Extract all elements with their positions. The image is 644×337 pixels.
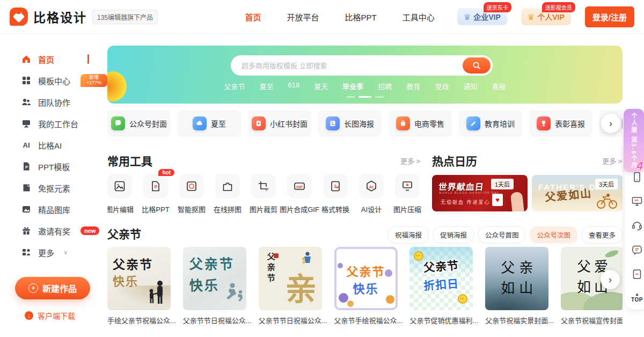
template-card[interactable]: 父亲节 亲 父亲节节日祝福公众... <box>259 247 327 325</box>
convert-icon: 1 <box>323 174 348 199</box>
calendar-more-link[interactable]: 更多 > <box>602 156 622 166</box>
tool-ai-design[interactable]: AI AI设计 <box>359 174 384 214</box>
keyword[interactable]: 党政 <box>435 81 449 91</box>
carousel-dot-active[interactable] <box>358 96 371 98</box>
grid-icon <box>21 76 31 85</box>
sidebar-item-bige-ai[interactable]: AI 比格AI <box>0 134 107 156</box>
keyword[interactable]: 618 <box>288 81 300 91</box>
hot-keywords: 父亲节 夏至 618 夏天 毕业季 招聘 教育 党政 通知 喜报 <box>107 81 623 91</box>
tool-image-edit[interactable]: 图片编辑 <box>107 174 132 214</box>
personal-vip-promo-tag[interactable]: 个人版 送3-6个月 4 <box>624 109 644 172</box>
keyword[interactable]: 父亲节 <box>224 81 245 91</box>
category-xiazhi[interactable]: 夏至 <box>178 110 241 137</box>
card-thumbnail: 父亲节 快乐 <box>183 247 246 310</box>
tool-label: 在线拼图 <box>214 204 241 214</box>
filter-blessing-poster[interactable]: 祝福海报 <box>388 226 429 243</box>
create-work-button[interactable]: + 新建作品 <box>15 277 90 299</box>
compress-icon <box>395 174 420 199</box>
calendar-card-blood-day[interactable]: 世界献血日 WORLD BLOOD DONATION DAY 无偿献血 传递爱心… <box>432 175 528 211</box>
tool-image-crop[interactable]: 图片裁剪 <box>251 174 276 214</box>
keyword[interactable]: 招聘 <box>378 81 392 91</box>
vip-promo-number: 4 <box>637 160 643 172</box>
tool-bige-ppt[interactable]: hot P 比格PPT <box>143 174 168 214</box>
nav-home[interactable]: 首页 <box>245 11 261 23</box>
customer-service-icon[interactable] <box>631 219 643 231</box>
feedback-chat-icon[interactable] <box>631 244 643 256</box>
search-input[interactable] <box>240 61 493 70</box>
back-to-top-button[interactable]: ▲ TOP <box>631 292 643 303</box>
sidebar-item-label: 团队协作 <box>38 97 70 108</box>
keyword-active[interactable]: 毕业季 <box>342 81 363 91</box>
vip-group: 送京东卡 ♛ 企业VIP 送影视会员 ♛ 个人VIP <box>457 8 571 25</box>
keyword[interactable]: 通知 <box>463 81 477 91</box>
filter-gzh-subimg[interactable]: 公众号次图 <box>530 226 577 243</box>
category-long-poster[interactable]: 长图海报 <box>318 110 382 137</box>
sidebar-item-home[interactable]: 首页 <box>0 48 107 70</box>
tools-more-link[interactable]: 更多 > <box>400 156 420 166</box>
client-download-link[interactable]: ↓ 客户端下载 <box>25 310 107 321</box>
personal-vip-button[interactable]: 送影视会员 ♛ 个人VIP <box>521 8 571 25</box>
tool-format-convert[interactable]: 1 格式转换 <box>323 174 348 214</box>
chevron-down-icon: ∨ <box>63 249 68 256</box>
category-award[interactable]: 表彰喜报 <box>529 110 592 137</box>
book-icon <box>252 116 266 130</box>
category-label: 夏至 <box>211 118 226 129</box>
keyword[interactable]: 喜报 <box>492 81 506 91</box>
calendar-card-subtitle: 无偿献血 传递爱心 <box>441 199 491 206</box>
tool-image-compress[interactable]: 图片压缩 <box>395 174 420 214</box>
heart-icon: ♥ <box>492 194 503 206</box>
sidebar-item-workspace[interactable]: 我的工作台 <box>0 113 107 134</box>
tool-gif-maker[interactable]: GIF 图片合成GIF <box>287 174 312 214</box>
template-card[interactable]: 父亲 如山 父亲节祝福实景封面... <box>485 247 554 325</box>
nav-open-platform[interactable]: 开放平台 <box>287 11 319 23</box>
category-label: 教育培训 <box>485 118 515 129</box>
chat-bubble-icon <box>111 116 125 130</box>
filter-view-more[interactable]: 查看更多 <box>582 226 623 243</box>
nav-bige-ppt[interactable]: 比格PPT <box>345 11 377 23</box>
template-card[interactable]: 父亲节 折扣日 父亲节促销优惠福利... <box>409 247 478 325</box>
template-card[interactable]: 父亲节 快乐 手绘父亲节祝福公众... <box>107 247 176 325</box>
page: 比格设计 135编辑器旗下产品 首页 开放平台 比格PPT 工具中心 送京东卡 … <box>0 0 644 337</box>
nav-tool-center[interactable]: 工具中心 <box>402 11 435 23</box>
logo[interactable]: 比格设计 135编辑器旗下产品 <box>10 8 158 26</box>
card-title: 父亲节 <box>189 253 235 273</box>
sidebar-item-invite-reward[interactable]: 邀请有奖 new <box>0 220 107 241</box>
card-subtitle: 快乐 <box>113 272 138 289</box>
sidebar-item-gallery[interactable]: 精品图库 <box>0 199 107 220</box>
template-card[interactable]: 父亲节 快乐 父亲节手绘祝福公众... <box>334 247 403 325</box>
crop-icon <box>251 174 276 199</box>
survey-doc-icon[interactable] <box>631 268 643 280</box>
sidebar-item-ppt-templates[interactable]: P PPT模板 <box>0 156 107 177</box>
calendar-card-fathers-day[interactable]: FATHER'S DAY 父爱如山 3天后 <box>532 175 623 211</box>
sidebar-item-more[interactable]: 更多 ∨ <box>0 241 107 263</box>
sidebar-item-team[interactable]: 团队协作 <box>0 91 107 113</box>
keyword[interactable]: 夏至 <box>260 81 274 91</box>
login-register-button[interactable]: 登录/注册 <box>585 6 634 27</box>
category-xhs-cover[interactable]: 小红书封面 <box>248 110 311 137</box>
carousel-dot[interactable] <box>346 96 355 98</box>
category-next-arrow[interactable]: › <box>601 114 620 133</box>
category-gzh-cover[interactable]: 公众号封面 <box>107 110 171 137</box>
users-icon <box>21 97 31 107</box>
father-cards-next-arrow[interactable]: › <box>601 270 620 289</box>
filter-promo-poster[interactable]: 促销海报 <box>433 226 474 243</box>
keyword[interactable]: 夏天 <box>314 81 328 91</box>
desktop-client-icon[interactable] <box>631 195 643 207</box>
tool-smart-cutout[interactable]: 智能抠图 <box>179 174 204 214</box>
sidebar-item-cutout-elements[interactable]: 免抠元素 <box>0 177 107 199</box>
keyword[interactable]: 教育 <box>406 81 420 91</box>
filter-gzh-headimg[interactable]: 公众号首图 <box>478 226 526 243</box>
template-card[interactable]: 父亲节 快乐 父亲节节日祝福公众... <box>183 247 252 325</box>
category-education[interactable]: 教育培训 <box>459 110 522 137</box>
sidebar-item-label: 免抠元素 <box>38 182 70 194</box>
enterprise-vip-button[interactable]: 送京东卡 ♛ 企业VIP <box>457 8 507 25</box>
mobile-app-icon[interactable] <box>631 171 643 183</box>
sidebar-item-template-center[interactable]: 模板中心 新增+177% <box>0 70 107 91</box>
search-button[interactable] <box>463 57 491 74</box>
category-ecommerce[interactable]: 电商零售 <box>389 110 452 137</box>
card-thumbnail: 父亲节 折扣日 <box>409 247 473 310</box>
running-silhouette <box>224 282 245 306</box>
tool-online-collage[interactable]: 在线拼图 <box>215 174 240 214</box>
tool-label: 智能抠图 <box>178 204 206 214</box>
carousel-dot[interactable] <box>375 96 384 98</box>
